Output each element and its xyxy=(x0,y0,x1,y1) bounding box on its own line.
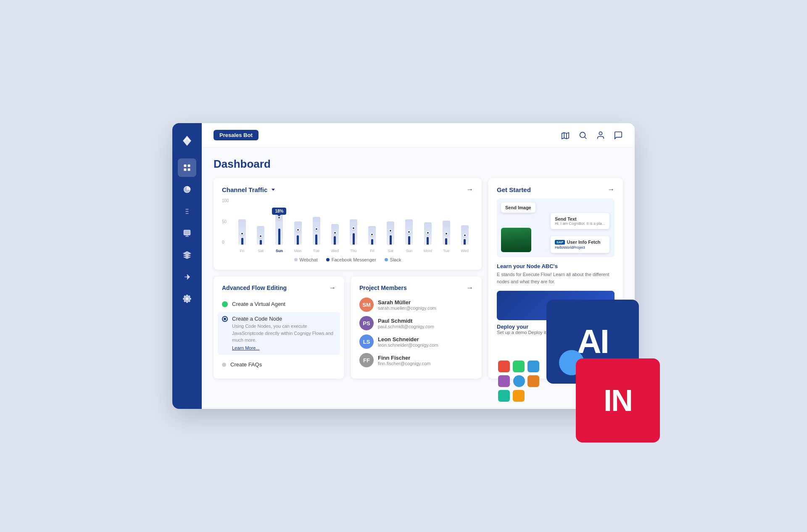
chart-x-labels: FriSat Sun MonTue WedThu FriSat SunMont … xyxy=(234,249,473,253)
member-item-2[interactable]: LS Leon Schneider leon.schneider@cognigy… xyxy=(359,334,473,349)
bar-dot-4 xyxy=(315,227,318,231)
header-icons xyxy=(561,131,623,140)
header: Presales Bot xyxy=(202,123,635,147)
bar-dot-6 xyxy=(352,226,355,230)
flow-editing-arrow[interactable]: → xyxy=(329,284,336,292)
bar-fg-0 xyxy=(241,238,243,245)
member-avatar-0: SM xyxy=(359,298,374,312)
svg-rect-5 xyxy=(184,230,190,235)
get-started-preview: Send Image Send Text Hi, I am CogniBot. … xyxy=(497,198,614,257)
sidebar-item-export[interactable] xyxy=(178,268,196,286)
user-icon[interactable] xyxy=(596,131,605,140)
node-send-text: Send Text Hi, I am CogniBot. It is a pla… xyxy=(551,213,609,229)
flow-item-faqs[interactable]: Create FAQs xyxy=(222,358,336,371)
channel-traffic-card: Channel Traffic → 100 50 0 18% xyxy=(214,178,482,270)
legend-dot-webchat xyxy=(294,258,298,261)
flow-item-code-node[interactable]: Create a Code Node Using Code Nodes, you… xyxy=(218,312,340,355)
flow-items: Create a Virtual Agent Create a Code Nod… xyxy=(222,298,336,371)
learn-title: Learn your Node ABC's xyxy=(497,263,614,269)
channel-traffic-dropdown-icon[interactable] xyxy=(272,189,275,191)
indicator-faqs xyxy=(222,363,226,367)
node-send-image: Send Image xyxy=(501,203,535,213)
sidebar-item-flows[interactable] xyxy=(178,202,196,221)
sidebar-logo[interactable] xyxy=(178,132,196,150)
svg-rect-3 xyxy=(188,169,190,171)
bar-fg-4 xyxy=(315,234,317,245)
bar-group-10 xyxy=(419,198,436,245)
learn-text: E stands for Execute Flow! Learn all abo… xyxy=(497,271,614,285)
member-item-0[interactable]: SM Sarah Müller sarah.mueller@cognigy.co… xyxy=(359,298,473,312)
chart-area: 100 50 0 18% FriSat Sun MonTue WedThu xyxy=(222,198,473,253)
member-avatar-3: FF xyxy=(359,353,374,367)
node-user-info: SAP User Info Fetch HelloWorldProject xyxy=(551,236,609,253)
bar-group-5 xyxy=(327,198,343,245)
learn-more-link[interactable]: Learn More... xyxy=(232,345,259,350)
page-title: Dashboard xyxy=(214,158,623,171)
sidebar-item-messaging[interactable] xyxy=(178,224,196,242)
sap-badge: SAP xyxy=(555,240,565,245)
chart-legend: Webchat Facebook Messenger Slack xyxy=(222,257,473,262)
channel-traffic-arrow[interactable]: → xyxy=(467,186,473,193)
legend-dot-slack xyxy=(385,258,388,261)
flow-item-virtual-agent[interactable]: Create a Virtual Agent xyxy=(222,298,336,311)
bar-group-8 xyxy=(382,198,399,245)
legend-webchat: Webchat xyxy=(294,257,318,262)
bar-group-2: 18% xyxy=(271,198,287,245)
bar-fg-3 xyxy=(297,235,299,245)
bar-group-9 xyxy=(401,198,417,245)
chart-tooltip: 18% xyxy=(272,208,286,215)
legend-slack: Slack xyxy=(385,257,401,262)
bar-dot-5 xyxy=(333,231,337,234)
channel-traffic-title: Channel Traffic xyxy=(222,186,267,193)
bar-group-4 xyxy=(308,198,325,245)
bar-group-12 xyxy=(456,198,473,245)
search-icon[interactable] xyxy=(578,131,588,140)
bar-dot-1 xyxy=(259,234,262,238)
sidebar xyxy=(172,123,202,409)
legend-dot-facebook xyxy=(326,258,330,261)
bar-group-7 xyxy=(364,198,380,245)
bar-fg-12 xyxy=(464,239,466,245)
get-started-arrow[interactable]: → xyxy=(608,186,614,193)
bar-group-0 xyxy=(234,198,251,245)
sidebar-item-dashboard[interactable] xyxy=(178,158,196,177)
bar-dot-11 xyxy=(445,232,448,235)
bar-group-3 xyxy=(289,198,306,245)
member-list: SM Sarah Müller sarah.mueller@cognigy.co… xyxy=(359,298,473,367)
sidebar-item-layers[interactable] xyxy=(178,246,196,264)
project-members-arrow[interactable]: → xyxy=(467,284,473,292)
advanced-flow-card: Advanced Flow Editing → Create a Virtual… xyxy=(214,277,344,379)
project-members-title: Project Members xyxy=(359,284,407,291)
svg-rect-2 xyxy=(184,169,187,171)
member-item-1[interactable]: PS Paul Schmidt paul.schmidt@cognigy.com xyxy=(359,316,473,330)
chart-y-labels: 100 50 0 xyxy=(222,198,232,245)
bar-fg-9 xyxy=(408,236,410,245)
sidebar-item-analytics[interactable] xyxy=(178,180,196,199)
chat-icon[interactable] xyxy=(614,131,623,140)
app-container: Presales Bot Dashboard xyxy=(172,123,635,409)
indicator-virtual-agent xyxy=(222,301,228,307)
map-icon[interactable] xyxy=(561,131,570,140)
bar-fg-8 xyxy=(390,235,392,245)
sidebar-item-settings[interactable] xyxy=(178,290,196,308)
bar-dot-10 xyxy=(426,231,430,234)
bar-group-11 xyxy=(438,198,455,245)
bar-fg-2 xyxy=(278,229,280,245)
bar-fg-6 xyxy=(353,233,355,245)
legend-facebook: Facebook Messenger xyxy=(326,257,376,262)
bar-fg-5 xyxy=(334,236,336,245)
bar-fg-10 xyxy=(427,237,429,245)
indicator-code-node xyxy=(222,316,228,322)
chart-bars: 18% xyxy=(234,198,473,245)
svg-rect-1 xyxy=(188,165,190,167)
project-badge[interactable]: Presales Bot xyxy=(214,130,258,140)
member-avatar-1: PS xyxy=(359,316,374,330)
bar-fg-1 xyxy=(260,240,262,245)
overlay-in-box: IN xyxy=(576,358,660,442)
bottom-row: Advanced Flow Editing → Create a Virtual… xyxy=(214,277,482,379)
bar-group-6 xyxy=(345,198,362,245)
member-item-3[interactable]: FF Finn Fischer finn.fischer@cognigy.com xyxy=(359,353,473,367)
project-members-card: Project Members → SM Sarah Müller sarah.… xyxy=(351,277,482,379)
bar-fg-11 xyxy=(445,238,447,245)
svg-point-8 xyxy=(599,132,602,134)
